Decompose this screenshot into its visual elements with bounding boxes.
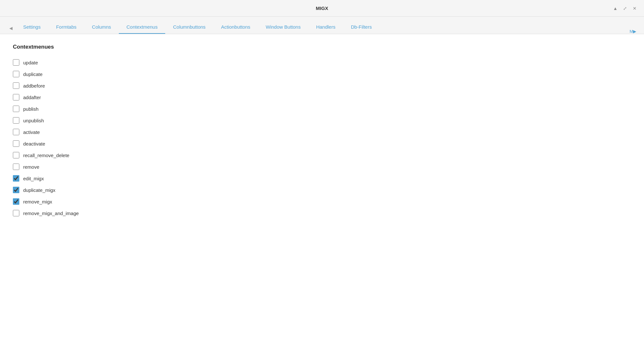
checkbox-unpublish[interactable] bbox=[13, 117, 19, 124]
checkbox-item-duplicate-migx[interactable]: duplicate_migx bbox=[13, 184, 631, 196]
checkbox-recall-remove-delete[interactable] bbox=[13, 152, 19, 158]
tab-more-label: M bbox=[630, 29, 633, 34]
checkbox-remove-migx-and-image[interactable] bbox=[13, 210, 19, 216]
checkbox-update[interactable] bbox=[13, 59, 19, 66]
content-area: Contextmenues update duplicate addbefore… bbox=[0, 34, 644, 358]
checkbox-item-activate[interactable]: activate bbox=[13, 126, 631, 138]
checkbox-item-remove-migx-and-image[interactable]: remove_migx_and_image bbox=[13, 207, 631, 219]
tab-window-buttons[interactable]: Window Buttons bbox=[258, 21, 308, 34]
tab-next-button[interactable]: M ▶ bbox=[628, 29, 638, 34]
tab-actionbuttons[interactable]: Actionbuttons bbox=[213, 21, 258, 34]
window-controls: ▲ ⤢ ✕ bbox=[612, 5, 638, 11]
tabs-container: ◀ Settings Formtabs Columns Contextmenus… bbox=[0, 17, 644, 34]
checkbox-item-update[interactable]: update bbox=[13, 57, 631, 68]
checkbox-item-unpublish[interactable]: unpublish bbox=[13, 115, 631, 126]
checkbox-remove-migx[interactable] bbox=[13, 198, 19, 205]
tab-columnbuttons[interactable]: Columnbuttons bbox=[165, 21, 213, 34]
checkbox-duplicate-migx[interactable] bbox=[13, 187, 19, 193]
tab-handlers[interactable]: Handlers bbox=[308, 21, 343, 34]
close-button[interactable]: ✕ bbox=[632, 5, 638, 11]
checkbox-deactivate[interactable] bbox=[13, 140, 19, 147]
main-window: MIGX ▲ ⤢ ✕ ◀ Settings Formtabs Columns bbox=[0, 0, 644, 358]
chevron-right-icon: ▶ bbox=[633, 29, 636, 34]
tab-contextmenus[interactable]: Contextmenus bbox=[119, 21, 166, 34]
tab-db-filters[interactable]: Db-Filters bbox=[343, 21, 380, 34]
checkbox-item-deactivate[interactable]: deactivate bbox=[13, 138, 631, 149]
checkbox-activate[interactable] bbox=[13, 129, 19, 135]
checkbox-item-publish[interactable]: publish bbox=[13, 103, 631, 115]
checkbox-remove[interactable] bbox=[13, 164, 19, 170]
checkbox-list: update duplicate addbefore addafter publ… bbox=[13, 57, 631, 219]
checkbox-item-recall-remove-delete[interactable]: recall_remove_delete bbox=[13, 149, 631, 161]
checkbox-addafter[interactable] bbox=[13, 94, 19, 100]
tabs-list: Settings Formtabs Columns Contextmenus C… bbox=[15, 21, 628, 34]
minimize-button[interactable]: ▲ bbox=[612, 5, 618, 11]
checkbox-edit-migx[interactable] bbox=[13, 175, 19, 182]
title-bar: MIGX ▲ ⤢ ✕ bbox=[0, 0, 644, 17]
maximize-button[interactable]: ⤢ bbox=[622, 5, 628, 11]
tab-formtabs[interactable]: Formtabs bbox=[48, 21, 84, 34]
window-title: MIGX bbox=[316, 5, 328, 11]
checkbox-item-duplicate[interactable]: duplicate bbox=[13, 68, 631, 80]
checkbox-duplicate[interactable] bbox=[13, 71, 19, 77]
checkbox-item-edit-migx[interactable]: edit_migx bbox=[13, 173, 631, 184]
checkbox-publish[interactable] bbox=[13, 106, 19, 112]
checkbox-item-remove[interactable]: remove bbox=[13, 161, 631, 173]
checkbox-item-addafter[interactable]: addafter bbox=[13, 91, 631, 103]
tab-settings[interactable]: Settings bbox=[15, 21, 48, 34]
tab-columns[interactable]: Columns bbox=[84, 21, 119, 34]
section-title: Contextmenues bbox=[13, 44, 631, 50]
checkbox-item-addbefore[interactable]: addbefore bbox=[13, 80, 631, 91]
tab-prev-button[interactable]: ◀ bbox=[6, 22, 15, 34]
checkbox-item-remove-migx[interactable]: remove_migx bbox=[13, 196, 631, 207]
checkbox-addbefore[interactable] bbox=[13, 82, 19, 89]
